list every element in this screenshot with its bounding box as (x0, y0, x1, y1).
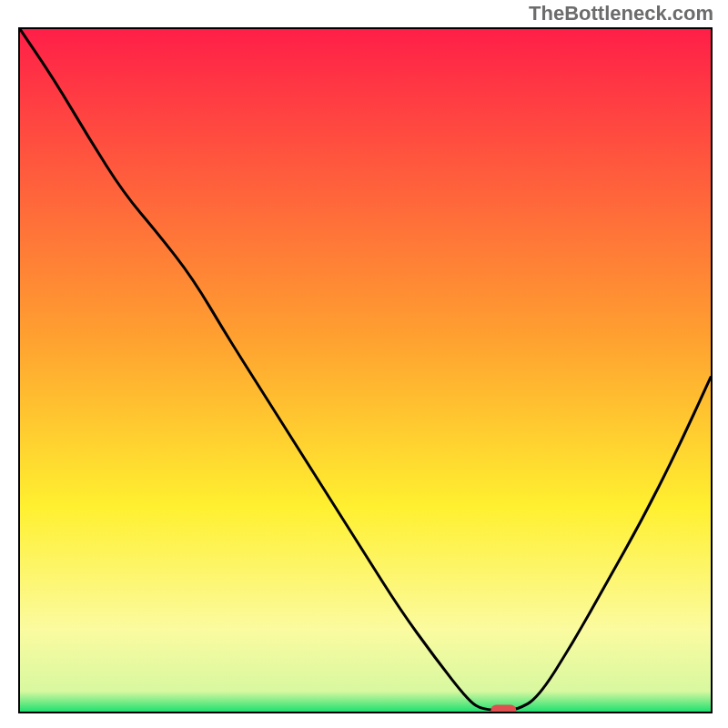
chart-container: TheBottleneck.com (0, 0, 728, 728)
bottleneck-curve (20, 29, 711, 712)
watermark-text: TheBottleneck.com (529, 2, 713, 25)
plot-area (18, 27, 713, 713)
svg-rect-1 (490, 705, 516, 713)
